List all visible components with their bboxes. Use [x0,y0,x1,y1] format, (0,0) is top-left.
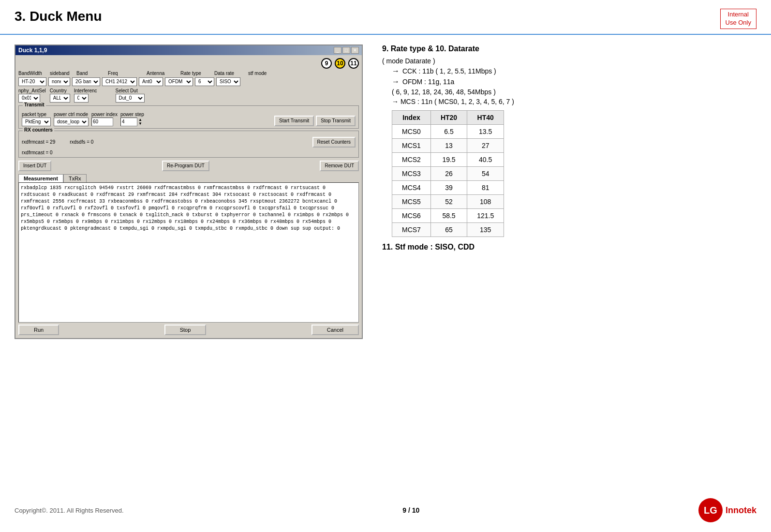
nphy-group: nphy_AntSel 0x01 [18,88,46,103]
ofdm-rates: ( 6, 9, 12, 18, 24, 36, 48, 54Mbps ) [392,88,756,96]
re-program-button[interactable]: Re-Program DUT [162,161,209,171]
mcs-table: Index HT20 HT40 MCS06.513.5MCS11327MCS21… [392,110,504,237]
rxdfrmcast-label: rxdfrmcast = 29 [22,139,55,145]
power-index-group: power index [91,112,118,126]
page-number: 9 / 10 [402,506,419,514]
tab-txrx[interactable]: TxRx [63,174,87,182]
country-group: Country ALL [50,88,70,103]
bandwidth-select[interactable]: HT-20 [18,77,46,86]
power-step-input[interactable] [120,118,137,126]
copyright-text: Copyright©. 2011. All Rights Reserved. [15,507,124,514]
right-panel: 9. Rate type & 10. Datarate ( mode Datar… [377,44,756,339]
table-row: MCS219.540.5 [392,152,504,166]
insert-dut-button[interactable]: Insert DUT [18,161,51,171]
cancel-button[interactable]: Cancel [311,325,359,335]
table-row: MCS11327 [392,138,504,152]
stop-transmit-button[interactable]: Stop Transmit [316,116,356,126]
footer: Copyright©. 2011. All Rights Reserved. 9… [15,498,756,522]
stf-mode-text: 11. Stf mode : SISO, CDD [382,243,756,251]
controls-labels-row: BandWidth sideband Band Freq Antenna Rat… [18,71,359,76]
tabs-row: Measurement TxRx [18,174,359,182]
col-ht40: HT40 [467,110,504,124]
table-row: MCS552108 [392,194,504,208]
stop-button[interactable]: Stop [164,325,207,335]
col-index: Index [392,110,431,124]
interference-label: Interferenc [74,88,97,93]
reset-counters-button[interactable]: Reset Counters [312,137,356,148]
bottom-buttons-row: Insert DUT Re-Program DUT Remove DUT [18,161,359,171]
power-step-label: power step [120,112,144,117]
internal-badge: Internal Use Only [720,9,756,29]
table-row: MCS658.5121.5 [392,208,504,222]
data-rate-select[interactable]: 6 [195,77,214,86]
mcs-text: → MCS : 11n ( MCS0, 1, 2, 3, 4, 5, 6, 7 … [392,98,514,105]
sideband-label: sideband [50,71,72,76]
sideband-select[interactable]: none [48,77,70,86]
nphy-select[interactable]: 0x01 [18,94,40,103]
log-area[interactable]: rxbadplcp 1835 rxcrsglitch 94549 rxstrt … [18,182,359,323]
stf-mode-select[interactable]: SISO [216,77,240,86]
lg-logo: LG Innotek [698,498,756,522]
cck-item: → CCK : 11b ( 1, 2, 5.5, 11Mbps ) [392,67,756,75]
mcs-item: → MCS : 11n ( MCS0, 1, 2, 3, 4, 5, 6, 7 … [392,98,756,105]
transmit-legend: Transmit [23,102,46,107]
titlebar-controls: _ □ ✕ [334,47,359,54]
duck-titlebar: Duck 1,1,9 _ □ ✕ [15,45,362,55]
table-row: MCS765135 [392,222,504,236]
action-buttons-row: Run Stop Cancel [18,325,359,335]
page-title: 3. Duck Menu [15,9,720,24]
duck-window: Duck 1,1,9 _ □ ✕ 9 10 11 BandWidth sideb… [15,44,363,339]
ofdm-item: → OFDM : 11g, 11a [392,77,756,86]
transmit-group: Transmit packet type PktEng power ctrl m… [18,105,359,129]
power-ctrl-select[interactable]: dose_loop [54,118,89,126]
antenna-label: Antenna [147,71,176,76]
antenna-select[interactable]: Ant0 [139,77,163,86]
freq-label: Freq [108,71,142,76]
run-button[interactable]: Run [18,325,59,335]
window-title: Duck 1,1,9 [18,47,47,54]
section-title: 9. Rate type & 10. Datarate [382,44,756,53]
country-select[interactable]: ALL [50,94,70,103]
maximize-button[interactable]: □ [342,47,350,54]
lg-innotek-text: Innotek [726,505,756,516]
select-dut-group: Select Dut Dut_0 [116,88,145,103]
country-label: Country [50,88,70,93]
power-ctrl-group: power ctrl mode dose_loop [54,112,89,126]
table-row: MCS43981 [392,180,504,194]
rx-counters-group: RX counters rxdfrmcast = 29 rxdsdfs = 0 … [18,131,359,158]
bandwidth-label: BandWidth [18,71,45,76]
arrow-2: → [392,77,400,86]
packet-type-group: packet type PktEng [22,112,51,126]
data-rate-label: Data rate [214,71,243,76]
close-button[interactable]: ✕ [351,47,359,54]
nphy-label: nphy_AntSel [18,88,46,93]
rate-type-select[interactable]: OFDM [165,77,193,86]
band-select[interactable]: 2G band [72,77,100,86]
start-transmit-button[interactable]: Start Transmit [274,116,314,126]
power-index-input[interactable] [91,118,113,126]
cck-text: CCK : 11b ( 1, 2, 5.5, 11Mbps ) [402,67,496,75]
select-dut-label: Select Dut [116,88,145,93]
stf-mode-label: stf mode [248,71,272,76]
circle-9: 9 [321,58,332,69]
arrow-1: → [392,67,400,75]
rate-type-label: Rate type [180,71,209,76]
tab-measurement[interactable]: Measurement [18,174,63,182]
freq-select[interactable]: CH1 2412 [102,77,137,86]
interference-group: Interferenc 0 [74,88,97,103]
table-row: MCS06.513.5 [392,124,504,138]
table-row: MCS32654 [392,166,504,180]
packet-type-label: packet type [22,112,51,117]
circle-10: 10 [335,58,345,69]
packet-type-select[interactable]: PktEng [22,118,51,126]
power-ctrl-label: power ctrl mode [54,112,89,117]
lg-circle: LG [698,498,723,522]
select-dut-select[interactable]: Dut_0 [116,94,145,103]
remove-dut-button[interactable]: Remove DUT [320,161,359,171]
step-down-arrow[interactable]: ▼ [138,122,142,126]
rxdfrmcast2-label: rxdfrmcast = 0 [22,150,53,155]
circle-11: 11 [348,58,359,69]
rx-counters-legend: RX counters [23,127,54,133]
interference-select[interactable]: 0 [74,94,89,103]
minimize-button[interactable]: _ [334,47,341,54]
